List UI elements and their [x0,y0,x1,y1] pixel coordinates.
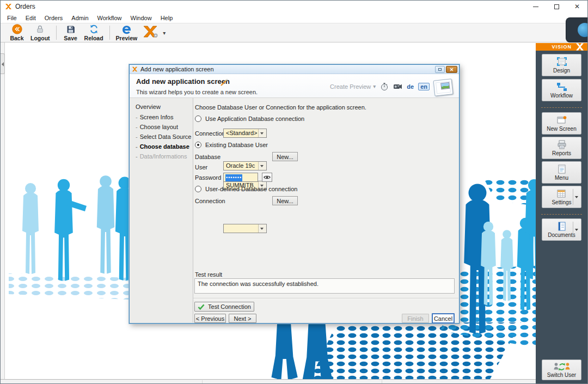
dialog-title: Add new application screen [140,66,214,72]
green-check-icon [198,304,205,310]
menu-window[interactable]: Window [126,14,156,22]
connection-combobox[interactable]: <Standard> [223,129,267,138]
visionx-header: VISION [536,43,587,51]
password-reveal-button[interactable] [262,173,272,182]
password-label: Password [195,174,221,181]
visionx-x-logo-icon [573,43,587,51]
database-combobox[interactable]: Oracle 19c [223,161,267,170]
window-title: Orders [15,3,35,10]
connection2-combobox[interactable] [223,224,267,233]
camera-icon[interactable] [393,83,402,90]
sidebar-workflow-button[interactable]: Workflow [542,79,581,101]
settings-icon [556,188,568,199]
switch-user-icon [553,362,571,371]
dialog-subtitle: This wizard helps you to create a new sc… [136,89,258,95]
save-button[interactable]: Save [60,23,82,42]
wizard-steps-panel: Overview -Screen Infos -Choose layout -S… [130,98,193,322]
previous-button[interactable]: < Previous [194,314,226,323]
cancel-button[interactable]: Cancel [432,313,455,324]
reports-icon [556,139,568,150]
reload-button[interactable]: Reload [82,23,106,42]
create-preview-chevron-icon[interactable]: ▾ [373,83,376,89]
menu-orders[interactable]: Orders [40,14,68,22]
save-icon [66,24,76,34]
language-en-selected[interactable]: en [418,83,430,90]
radio-app-db-connection[interactable]: Use Application Database connection [195,115,304,122]
dialog-titlebar[interactable]: Add new application screen ✕ [130,65,459,74]
toolbar-separator [56,26,57,40]
language-de-link[interactable]: de [407,83,414,90]
close-button[interactable]: ✕ [567,1,587,13]
menu-admin[interactable]: Admin [67,14,93,22]
sidebar-divider [541,214,582,215]
visionx-collapse-handle[interactable] [566,17,587,42]
dialog-maximize-button[interactable] [435,66,445,73]
next-button[interactable]: Next > [229,314,256,323]
radio-circle-icon [195,142,201,148]
step-select-data-source[interactable]: -Select Data Source [136,133,191,140]
user-label: User [195,164,207,170]
eye-icon [264,175,271,180]
dialog-header-title: Add new application screen [136,77,230,86]
dialog-x-logo-icon [132,66,138,72]
menu-icon [556,164,568,174]
visionx-orb-icon [578,23,587,37]
menu-edit[interactable]: Edit [21,14,40,22]
database-new-button[interactable]: New... [272,152,298,161]
sidebar-divider [541,107,582,108]
reload-icon [89,24,99,34]
content-area: VISION Design Workflow New Screen [1,42,587,383]
preview-button[interactable]: Preview [113,23,140,42]
new-screen-icon [556,115,568,125]
connection2-new-button[interactable]: New... [272,196,298,205]
step-choose-database[interactable]: -Choose database [136,143,189,150]
connection2-label: Connection [195,198,225,204]
finish-button: Finish [402,314,429,323]
logout-lock-icon [35,24,45,34]
dialog-header: Add new application screen This wizard h… [130,74,459,98]
timer-icon[interactable] [380,82,389,91]
step-choose-layout[interactable]: -Choose layout [136,124,178,130]
visionx-x-gear-icon [143,28,159,38]
minimize-button[interactable] [525,1,546,13]
step-data-informations: -Data/Informations [136,153,187,160]
visionx-sidebar: VISION Design Workflow New Screen [536,43,587,383]
status-bar [1,379,537,383]
test-connection-button[interactable]: Test Connection [194,302,254,312]
screen-preview-thumbnail-icon[interactable] [433,78,454,96]
password-field[interactable]: ••••••• [223,173,258,182]
logout-button[interactable]: Logout [28,23,53,42]
workflow-icon [556,82,568,92]
edge-preview-icon [121,24,132,34]
sidebar-switch-user-button[interactable]: Switch User [542,359,581,380]
connection-label: Connection [195,130,225,137]
left-splitter[interactable] [1,42,5,379]
menu-help[interactable]: Help [156,14,177,22]
toolbar-dropdown-chevron[interactable]: ▾ [163,30,166,36]
sidebar-reports-button[interactable]: Reports [542,137,581,159]
radio-existing-db-user[interactable]: Existing Database User [195,142,268,148]
create-preview-button[interactable]: Create Preview [330,83,371,90]
dialog-close-button[interactable]: ✕ [446,66,457,73]
wizard-form: Choose Database User or Connection for t… [193,98,458,322]
radio-user-defined-connection[interactable]: User-defined Database connection [195,186,297,192]
application-window: Orders ✕ File Edit Orders Admin Workflow… [0,0,588,384]
app-logo-x-icon [5,3,12,10]
maximize-button[interactable] [546,1,567,13]
sidebar-settings-button[interactable]: Settings [542,186,581,208]
sidebar-new-screen-button[interactable]: New Screen [542,112,581,135]
window-titlebar: Orders ✕ [1,1,587,13]
menu-file[interactable]: File [3,14,21,22]
test-result-label: Test result [195,271,222,278]
back-icon [12,24,22,34]
step-screen-infos[interactable]: -Screen Infos [136,114,173,120]
menu-workflow[interactable]: Workflow [93,14,126,22]
steps-overview-label: Overview [136,103,161,110]
sidebar-menu-button[interactable]: Menu [542,161,581,184]
back-button[interactable]: Back [6,23,28,42]
splitter-collapse-handle[interactable] [1,53,5,74]
sidebar-documents-button[interactable]: Documents [542,218,581,241]
visionx-menu-button[interactable] [140,23,162,42]
sidebar-design-button[interactable]: Design [542,54,581,76]
form-divider [193,298,458,298]
